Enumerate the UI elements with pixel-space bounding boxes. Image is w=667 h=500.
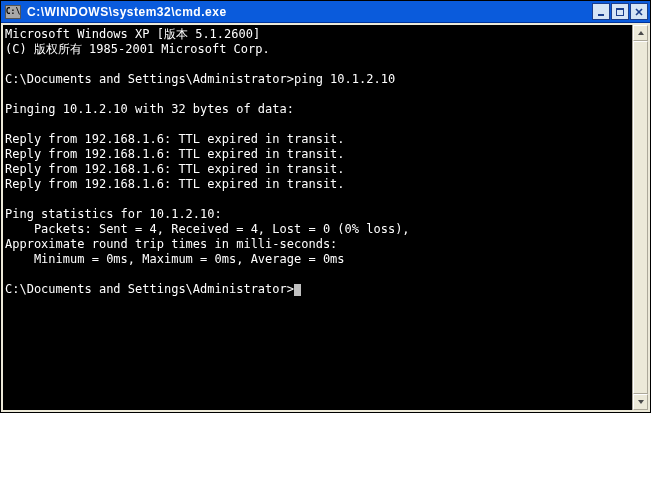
terminal-cursor: [294, 284, 301, 296]
maximize-button[interactable]: [611, 3, 629, 20]
svg-marker-5: [638, 31, 644, 35]
terminal-line: Reply from 192.168.1.6: TTL expired in t…: [5, 162, 630, 177]
terminal-line: [5, 57, 630, 72]
terminal-line: Ping statistics for 10.1.2.10:: [5, 207, 630, 222]
terminal-line: Reply from 192.168.1.6: TTL expired in t…: [5, 177, 630, 192]
terminal-line: (C) 版权所有 1985-2001 Microsoft Corp.: [5, 42, 630, 57]
scroll-down-button[interactable]: [633, 394, 648, 410]
close-icon: [635, 8, 643, 16]
terminal-line: [5, 117, 630, 132]
scrollbar-track[interactable]: [633, 41, 648, 394]
window-title: C:\WINDOWS\system32\cmd.exe: [27, 5, 592, 19]
maximize-icon: [616, 8, 624, 16]
svg-rect-2: [616, 8, 624, 10]
vertical-scrollbar[interactable]: [632, 25, 648, 410]
terminal-line: Reply from 192.168.1.6: TTL expired in t…: [5, 147, 630, 162]
scrollbar-thumb[interactable]: [633, 41, 648, 394]
window-controls: [592, 3, 648, 20]
terminal-prompt-line[interactable]: C:\Documents and Settings\Administrator>: [5, 282, 630, 297]
app-icon-label: C:\: [6, 8, 20, 16]
terminal-line: Reply from 192.168.1.6: TTL expired in t…: [5, 132, 630, 147]
terminal-line: [5, 87, 630, 102]
scroll-up-button[interactable]: [633, 25, 648, 41]
svg-marker-6: [638, 400, 644, 404]
titlebar[interactable]: C:\ C:\WINDOWS\system32\cmd.exe: [1, 1, 650, 23]
minimize-button[interactable]: [592, 3, 610, 20]
minimize-icon: [597, 8, 605, 16]
terminal-line: Pinging 10.1.2.10 with 32 bytes of data:: [5, 102, 630, 117]
chevron-up-icon: [637, 29, 645, 37]
terminal-prompt: C:\Documents and Settings\Administrator>: [5, 282, 294, 296]
cmd-window: C:\ C:\WINDOWS\system32\cmd.exe Microsof…: [0, 0, 651, 413]
terminal-line: Approximate round trip times in milli-se…: [5, 237, 630, 252]
terminal-line: Minimum = 0ms, Maximum = 0ms, Average = …: [5, 252, 630, 267]
svg-rect-0: [598, 14, 604, 16]
terminal-line: [5, 267, 630, 282]
app-icon: C:\: [5, 5, 21, 19]
client-area: Microsoft Windows XP [版本 5.1.2600](C) 版权…: [1, 23, 650, 412]
terminal-line: [5, 192, 630, 207]
terminal-output[interactable]: Microsoft Windows XP [版本 5.1.2600](C) 版权…: [3, 25, 632, 410]
close-button[interactable]: [630, 3, 648, 20]
chevron-down-icon: [637, 398, 645, 406]
terminal-line: Packets: Sent = 4, Received = 4, Lost = …: [5, 222, 630, 237]
terminal-line: Microsoft Windows XP [版本 5.1.2600]: [5, 27, 630, 42]
terminal-line: C:\Documents and Settings\Administrator>…: [5, 72, 630, 87]
